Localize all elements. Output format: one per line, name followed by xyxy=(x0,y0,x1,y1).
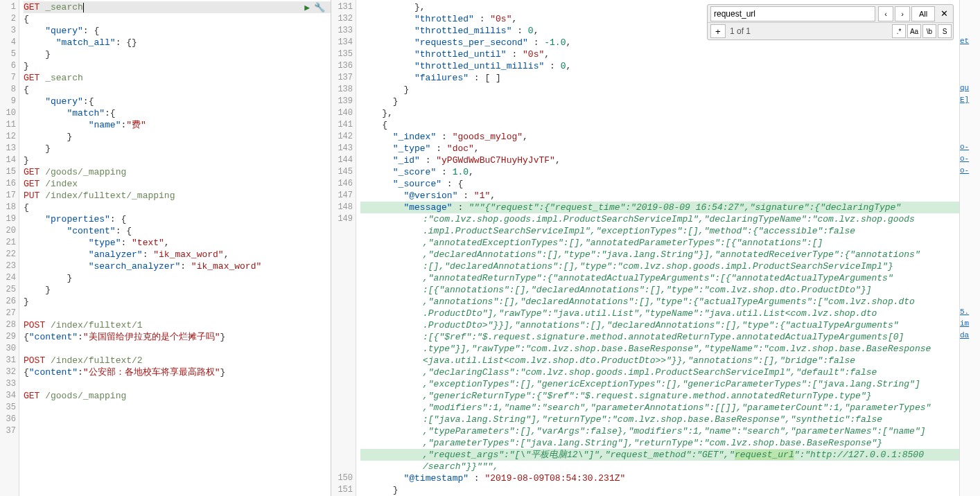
response-viewer[interactable]: }, "throttled" : "0s", "throttled_millis… xyxy=(356,0,959,496)
code-line[interactable] xyxy=(24,425,331,437)
code-line[interactable]: } xyxy=(24,143,331,154)
settings-icon[interactable]: 🔧 xyxy=(314,2,325,13)
code-line[interactable]: "failures" : [ ] xyxy=(360,72,959,84)
request-editor[interactable]: GET _search{ "query": { "match_all": {} … xyxy=(19,0,331,496)
find-close-button[interactable]: ✕ xyxy=(936,6,952,21)
code-line[interactable] xyxy=(24,343,331,355)
line-gutter-right: 1311321331341351361371381391401411421431… xyxy=(331,0,356,496)
code-line[interactable]: "query": { xyxy=(24,25,331,37)
find-case-toggle[interactable]: Aa xyxy=(907,24,921,38)
run-query-icon[interactable]: ▶ xyxy=(304,2,310,13)
response-panel: 1311321331341351361371381391401411421431… xyxy=(331,0,959,496)
code-line[interactable]: POST /index/fulltext/1 xyxy=(24,319,331,331)
code-line[interactable]: {"content":"美国留给伊拉克的是个烂摊子吗"} xyxy=(24,331,331,343)
code-line[interactable] xyxy=(24,308,331,319)
code-line[interactable]: "@version" : "1", xyxy=(360,190,959,202)
find-input[interactable] xyxy=(710,6,875,21)
code-line[interactable]: GET /index xyxy=(24,178,331,190)
code-line[interactable]: "throttled_until_millis" : 0, xyxy=(360,60,959,72)
code-line[interactable]: GET _search xyxy=(24,72,331,84)
code-line[interactable]: "search_analyzer": "ik_max_word" xyxy=(24,260,331,272)
code-line[interactable]: "name":"费" xyxy=(24,119,331,131)
find-count-label: 1 of 1 xyxy=(730,26,892,36)
code-line[interactable]: "_type" : "doc", xyxy=(360,143,959,154)
find-prev-button[interactable]: ‹ xyxy=(878,6,893,21)
find-regex-toggle[interactable]: .* xyxy=(892,24,906,38)
code-line[interactable]: { xyxy=(24,202,331,213)
line-gutter-left: 1234567891011121314151617181920212223242… xyxy=(0,0,19,496)
code-line[interactable]: POST /index/fulltext/2 xyxy=(24,355,331,366)
find-next-button[interactable]: › xyxy=(895,6,910,21)
code-line[interactable]: } xyxy=(24,284,331,296)
request-editor-panel: ▶ 🔧 123456789101112131415161718192021222… xyxy=(0,0,331,496)
code-line[interactable]: "_id" : "yPGWdWwBuC7HuyHyJvTF", xyxy=(360,154,959,166)
code-line[interactable] xyxy=(24,378,331,390)
code-line[interactable] xyxy=(24,414,331,425)
code-line[interactable]: } xyxy=(24,131,331,143)
code-line[interactable]: GET /goods/_mapping xyxy=(24,390,331,402)
code-line[interactable]: "type": "text", xyxy=(24,237,331,249)
run-controls: ▶ 🔧 xyxy=(304,2,325,13)
code-line[interactable]: "throttled_until" : "0s", xyxy=(360,48,959,60)
code-line[interactable]: } xyxy=(360,84,959,96)
code-line[interactable]: GET /goods/_mapping xyxy=(24,166,331,178)
find-word-toggle[interactable]: \b xyxy=(922,24,936,38)
find-panel: ‹ › All ✕ + 1 of 1 .* Aa \b S xyxy=(707,4,954,40)
code-line[interactable]: } xyxy=(24,60,331,72)
code-line[interactable]: "_index" : "goods_mylog", xyxy=(360,131,959,143)
code-line[interactable]: {"content":"公安部：各地校车将享最高路权"} xyxy=(24,366,331,378)
code-line[interactable]: "_source" : { xyxy=(360,178,959,190)
code-line[interactable]: { xyxy=(24,84,331,96)
code-line[interactable]: } xyxy=(24,296,331,308)
code-line[interactable]: { xyxy=(24,13,331,25)
code-line[interactable] xyxy=(24,402,331,414)
code-line[interactable]: "_score" : 1.0, xyxy=(360,166,959,178)
code-line[interactable]: } xyxy=(24,154,331,166)
code-line[interactable]: GET _search xyxy=(24,1,331,13)
find-all-button[interactable]: All xyxy=(911,6,935,21)
code-line[interactable]: { xyxy=(360,119,959,131)
code-line[interactable]: "properties": { xyxy=(24,213,331,225)
adjacent-content-sliver: etquE]o-o-o-5.imda xyxy=(959,0,980,496)
code-line[interactable]: "message" : """{"request":{"request_time… xyxy=(360,202,959,213)
code-line[interactable]: } xyxy=(360,96,959,107)
find-replace-toggle[interactable]: + xyxy=(710,24,726,38)
code-line[interactable]: "analyzer": "ik_max_word", xyxy=(24,249,331,260)
code-line[interactable]: "content": { xyxy=(24,225,331,237)
code-line[interactable]: "match":{ xyxy=(24,107,331,119)
code-line[interactable]: }, xyxy=(360,107,959,119)
code-line[interactable]: PUT /index/fulltext/_mapping xyxy=(24,190,331,202)
find-selection-toggle[interactable]: S xyxy=(938,24,952,38)
code-line[interactable]: } xyxy=(24,272,331,284)
code-line[interactable]: } xyxy=(24,48,331,60)
code-line[interactable]: "match_all": {} xyxy=(24,37,331,48)
code-line[interactable]: "query":{ xyxy=(24,96,331,107)
